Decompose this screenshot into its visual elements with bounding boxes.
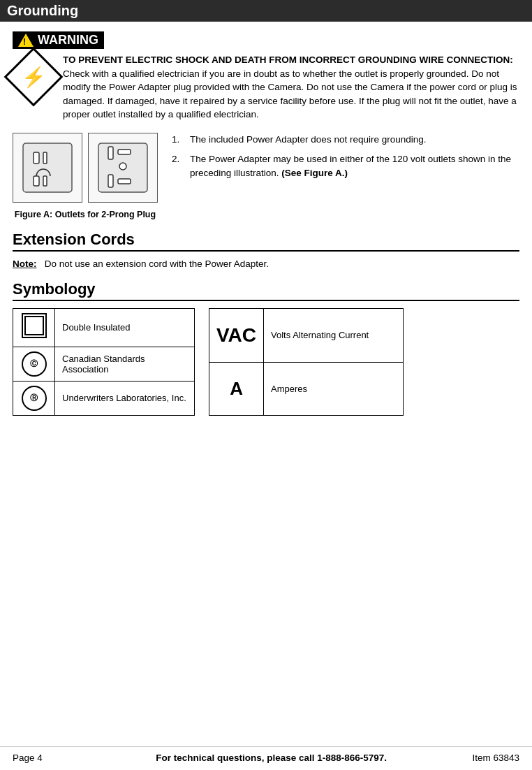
item-num-1: 1. [172,133,184,147]
warning-body: ⚡ TO PREVENT ELECTRIC SHOCK AND DEATH FR… [13,53,519,122]
warning-bold-title: TO PREVENT ELECTRIC SHOCK AND DEATH FROM… [63,55,513,65]
vac-icon-cell: VAC [209,308,264,362]
item-text-2: The Power Adapter may be used in either … [190,152,519,181]
warning-text: WARNING [38,33,98,48]
note-body: Do not use an extension cord with the Po… [45,259,269,269]
vac-desc: Volts Alternating Current [264,308,404,362]
vac-label: VAC [216,324,256,346]
warning-triangle-icon [18,34,34,47]
footer-page: Page 4 [13,753,43,763]
sym-row-ul: Ⓡ Underwriters Laboratories, Inc. [13,381,195,415]
sym-row-csa: Ⓒ Canadian Standards Association [13,347,195,381]
warning-section: WARNING ⚡ TO PREVENT ELECTRIC SHOCK AND … [13,31,519,122]
svg-rect-1 [34,152,39,164]
a-desc: Amperes [264,363,404,416]
warning-shock-icon: ⚡ [22,66,46,89]
symbology-tables: Double Insulated Ⓒ Canadian Standards As… [13,308,519,416]
page-footer: Page 4 For technical questions, please c… [0,746,532,763]
symbology-left-table: Double Insulated Ⓒ Canadian Standards As… [13,308,195,416]
outlet-svg-2 [95,140,151,196]
double-insulated-desc: Double Insulated [55,308,195,347]
svg-rect-6 [108,147,113,159]
svg-point-8 [119,163,126,170]
extension-cords-heading: Extension Cords [13,231,519,252]
outlet-box-1 [13,133,82,203]
svg-rect-0 [23,143,72,192]
figure-list-section: Figure A: Outlets for 2-Prong Plug 1. Th… [13,133,519,219]
page-header: Grounding [0,0,532,22]
item-num-2: 2. [172,152,184,181]
list-item: 1. The included Power Adapter does not r… [172,133,519,147]
figure-caption: Figure A: Outlets for 2-Prong Plug [15,210,156,219]
items-list: 1. The included Power Adapter does not r… [172,133,519,187]
note-text [39,259,42,269]
note-label: Note: [13,259,37,269]
outlets-row [13,133,158,203]
a-icon-cell: A [209,363,264,416]
outlet-box-2 [88,133,158,203]
footer-center-text: For technical questions, please call 1-8… [71,753,473,763]
item-text-1: The included Power Adapter does not requ… [190,133,426,147]
sym-row-double-insulated: Double Insulated [13,308,195,347]
a-label: A [230,378,243,399]
csa-icon: Ⓒ [22,351,47,377]
svg-rect-9 [108,175,113,187]
svg-rect-4 [43,176,47,186]
warning-header: WARNING [13,31,519,49]
double-insulated-icon-cell [13,308,55,347]
outlet-svg-1 [20,140,75,196]
warning-label: WARNING [13,31,104,49]
symbology-right-table: VAC Volts Alternating Current A Amperes [209,308,404,416]
sym-row-vac: VAC Volts Alternating Current [209,308,404,362]
warning-body-text: Check with a qualified electrician if yo… [63,68,517,120]
svg-rect-2 [43,152,47,164]
svg-rect-10 [118,179,131,184]
svg-rect-7 [118,150,131,154]
warning-text-block: TO PREVENT ELECTRIC SHOCK AND DEATH FROM… [63,53,519,122]
warning-diamond-icon: ⚡ [4,48,64,107]
list-item: 2. The Power Adapter may be used in eith… [172,152,519,181]
ul-desc: Underwriters Laboratories, Inc. [55,381,195,415]
ul-icon: Ⓡ [22,386,47,411]
symbology-heading: Symbology [13,280,519,301]
header-title: Grounding [7,3,78,18]
csa-desc: Canadian Standards Association [55,347,195,381]
sym-row-a: A Amperes [209,363,404,416]
footer-item: Item 63843 [472,753,519,763]
ul-icon-cell: Ⓡ [13,381,55,415]
figures-area: Figure A: Outlets for 2-Prong Plug [13,133,158,219]
page-content: WARNING ⚡ TO PREVENT ELECTRIC SHOCK AND … [0,31,532,416]
csa-icon-cell: Ⓒ [13,347,55,381]
note-line: Note: Do not use an extension cord with … [13,259,519,269]
svg-rect-3 [34,176,39,186]
double-insulated-icon [22,313,47,338]
